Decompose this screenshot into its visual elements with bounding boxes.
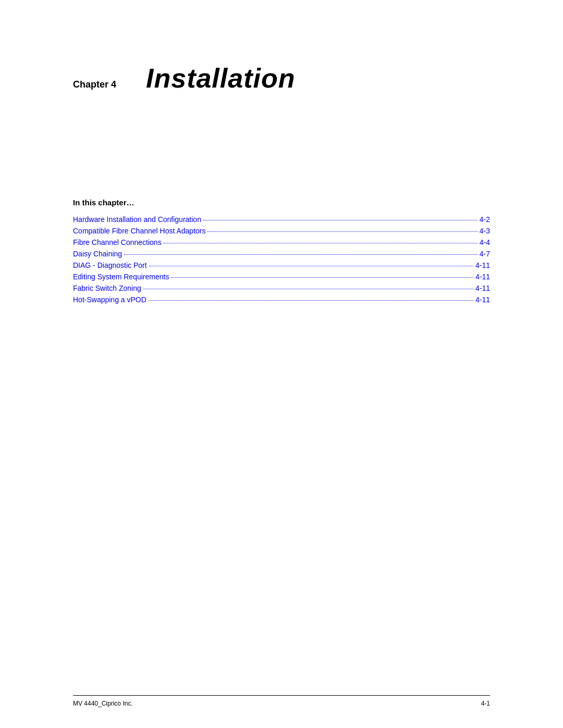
page: Chapter 4 Installation In this chapter… … <box>0 0 563 728</box>
toc-dots-diag <box>149 266 473 266</box>
footer-right: 4-1 <box>481 700 490 707</box>
toc-item-daisy: Daisy Chaining 4-7 <box>73 250 490 258</box>
toc-dots-editing <box>171 277 473 278</box>
toc-link-fibre[interactable]: Fibre Channel Connections <box>73 238 162 246</box>
toc-dots-hotswap <box>149 300 473 301</box>
toc-page-editing: 4-11 <box>475 273 490 281</box>
toc-page-compatible: 4-3 <box>480 227 490 235</box>
toc-link-hardware[interactable]: Hardware Installation and Configuration <box>73 215 201 224</box>
toc-dots-hardware <box>203 220 478 220</box>
chapter-title: Installation <box>146 63 295 94</box>
toc-link-diag[interactable]: DIAG - Diagnostic Port <box>73 261 147 269</box>
toc-link-fabric[interactable]: Fabric Switch Zoning <box>73 284 141 292</box>
chapter-header: Chapter 4 Installation <box>73 63 490 94</box>
toc-link-daisy[interactable]: Daisy Chaining <box>73 250 122 258</box>
toc-item-editing: Editing System Requirements 4-11 <box>73 273 490 281</box>
toc-dots-daisy <box>124 254 478 255</box>
toc-item-hotswap: Hot-Swapping a vPOD 4-11 <box>73 295 490 304</box>
toc-item-fibre: Fibre Channel Connections 4-4 <box>73 238 490 246</box>
footer: MV 4440_Ciprico Inc. 4-1 <box>73 695 490 707</box>
toc-page-hardware: 4-2 <box>480 215 490 224</box>
toc-page-hotswap: 4-11 <box>475 295 490 304</box>
toc-dots-compatible <box>207 231 477 232</box>
toc-dots-fibre <box>164 243 478 243</box>
toc-link-editing[interactable]: Editing System Requirements <box>73 273 169 281</box>
toc-page-daisy: 4-7 <box>480 250 490 258</box>
toc-heading: In this chapter… <box>73 198 490 207</box>
toc-dots-fabric <box>143 289 473 289</box>
toc-page-fabric: 4-11 <box>475 284 490 292</box>
toc-item-fabric: Fabric Switch Zoning 4-11 <box>73 284 490 292</box>
content-area: Chapter 4 Installation In this chapter… … <box>0 0 563 349</box>
toc-item-hardware: Hardware Installation and Configuration … <box>73 215 490 224</box>
toc-section: In this chapter… Hardware Installation a… <box>73 198 490 304</box>
toc-page-diag: 4-11 <box>475 261 490 269</box>
toc-item-diag: DIAG - Diagnostic Port 4-11 <box>73 261 490 269</box>
footer-left: MV 4440_Ciprico Inc. <box>73 700 133 707</box>
chapter-label: Chapter 4 <box>73 79 125 90</box>
toc-item-compatible: Compatible Fibre Channel Host Adaptors 4… <box>73 227 490 235</box>
toc-link-compatible[interactable]: Compatible Fibre Channel Host Adaptors <box>73 227 205 235</box>
toc-link-hotswap[interactable]: Hot-Swapping a vPOD <box>73 295 146 304</box>
toc-page-fibre: 4-4 <box>480 238 490 246</box>
